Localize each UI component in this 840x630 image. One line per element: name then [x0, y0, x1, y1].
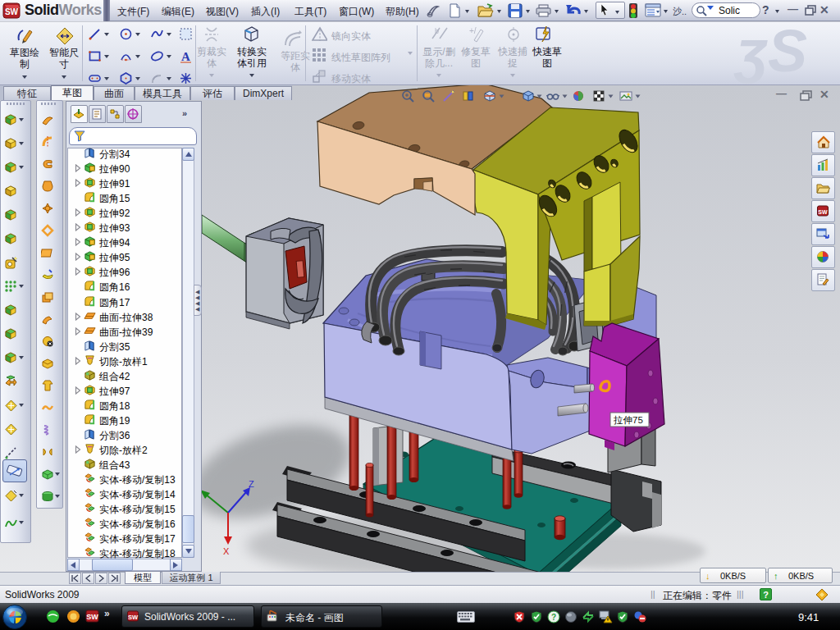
svg-text:SW: SW — [5, 7, 19, 16]
svg-text:SW: SW — [128, 614, 139, 621]
svg-text:b: b — [435, 27, 439, 35]
svg-text:?: ? — [551, 613, 556, 622]
svg-text:SW: SW — [818, 209, 828, 215]
svg-text:+/: +/ — [469, 26, 477, 35]
svg-text:SW: SW — [86, 613, 98, 621]
